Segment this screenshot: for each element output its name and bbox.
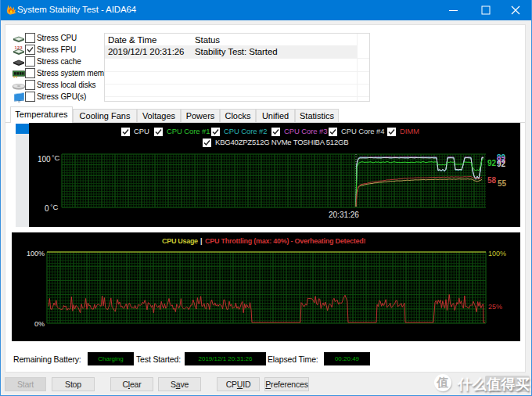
svg-text:123: 123 bbox=[15, 45, 23, 50]
